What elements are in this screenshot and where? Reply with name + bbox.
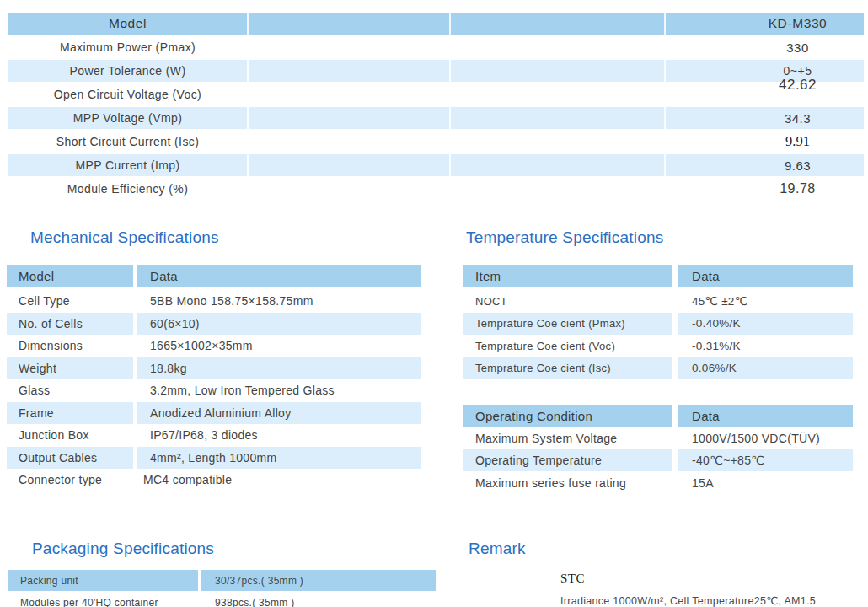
header-spacer-cell	[247, 13, 449, 35]
table-row: Output Cables 4mm², Length 1000mm	[7, 447, 421, 469]
row-value: -40℃~+85℃	[672, 449, 853, 471]
row-label: Junction Box	[7, 424, 133, 446]
row-value: Anodized Aluminium Alloy	[133, 402, 421, 424]
row-label: Maximum Power (Pmax)	[8, 36, 247, 58]
table-row: Junction Box IP67/IP68, 3 diodes	[7, 424, 421, 446]
row-value: 3.2mm, Low Iron Tempered Glass	[133, 379, 421, 401]
row-value: 60(6×10)	[133, 313, 421, 335]
table-row: No. of Cells 60(6×10)	[7, 313, 421, 335]
table-row: Maximum System Voltage 1000V/1500 VDC(TÜ…	[463, 427, 853, 449]
row-label: Operating Temperature	[463, 449, 672, 471]
column-header: Data	[672, 265, 853, 287]
row-label: NOCT	[463, 290, 672, 312]
table-row: Temprature Coe cient (Isc) 0.06%/K	[463, 357, 853, 379]
row-label: Open Circuit Voltage (Voc)	[8, 83, 247, 105]
table-row: Temprature Coe cient (Voc) -0.31%/K	[463, 335, 853, 357]
row-label: Temprature Coe cient (Pmax)	[463, 313, 672, 335]
row-value: -0.40%/K	[672, 313, 853, 335]
row-value: 4mm², Length 1000mm	[133, 447, 421, 469]
row-label: Packing unit	[8, 570, 198, 591]
remark-stc-label: STC	[560, 572, 585, 586]
row-label: Modules per 40'HQ container	[8, 592, 198, 607]
row-value: 30/37pcs.( 35mm )	[198, 570, 436, 591]
packaging-header-row: Packing unit 30/37pcs.( 35mm )	[8, 570, 436, 591]
row-value: 0~+5	[784, 64, 812, 78]
spec-row-power-tolerance: Power Tolerance (W) 0~+5	[8, 60, 864, 82]
column-header: Item	[463, 265, 672, 287]
row-label: Frame	[7, 402, 133, 424]
spec-row-open-circuit-voltage: Open Circuit Voltage (Voc) 42.62	[8, 83, 864, 105]
remark-section-heading: Remark	[469, 540, 526, 558]
row-value: 938pcs.( 35mm )	[198, 592, 436, 607]
table-row: Weight 18.8kg	[7, 357, 421, 379]
table-row: Cell Type 5BB Mono 158.75×158.75mm	[7, 290, 421, 312]
row-label: Temprature Coe cient (Isc)	[463, 357, 672, 379]
table-row: Temprature Coe cient (Pmax) -0.40%/K	[463, 313, 853, 335]
spec-row-mpp-current: MPP Current (Imp) 9.63	[8, 154, 864, 176]
model-number-value: KD-M330	[664, 13, 864, 35]
row-label: MPP Current (Imp)	[8, 154, 247, 176]
row-value: 330	[786, 40, 809, 55]
column-header: Data	[672, 405, 853, 427]
row-value: 1000V/1500 VDC(TÜV)	[672, 427, 853, 449]
row-value: 18.8kg	[133, 357, 421, 379]
spec-row-max-power: Maximum Power (Pmax) 330	[8, 36, 864, 58]
table-row: Frame Anodized Aluminium Alloy	[7, 402, 421, 424]
column-header: Data	[133, 265, 421, 287]
electrical-spec-table: Model KD-M330 Maximum Power (Pmax) 330 P…	[8, 13, 864, 201]
row-label: Temprature Coe cient (Voc)	[463, 335, 672, 357]
spec-row-module-efficiency: Module Efficiency (%) 19.78	[8, 178, 864, 200]
packaging-section-heading: Packaging Specifications	[32, 540, 214, 558]
mechanical-spec-table: Model Data Cell Type 5BB Mono 158.75×158…	[7, 265, 421, 492]
spec-row-short-circuit-current: Short Circuit Current (Isc) 9.91	[8, 131, 864, 153]
row-value: -0.31%/K	[672, 335, 853, 357]
row-value: 34.3	[785, 111, 811, 126]
temperature-spec-table: Item Data NOCT 45℃ ±2℃ Temprature Coe ci…	[463, 265, 853, 379]
table-row: Glass 3.2mm, Low Iron Tempered Glass	[7, 379, 421, 401]
model-header-label: Model	[8, 13, 247, 35]
row-label: Short Circuit Current (Isc)	[8, 131, 247, 153]
mechanical-header-row: Model Data	[7, 265, 421, 287]
row-label: Cell Type	[7, 290, 133, 312]
table-row: Dimensions 1665×1002×35mm	[7, 335, 421, 357]
packaging-spec-table: Packing unit 30/37pcs.( 35mm ) Modules p…	[8, 570, 436, 607]
row-label: Power Tolerance (W)	[8, 60, 247, 82]
table-row: Connector type MC4 compatible	[7, 469, 421, 491]
row-label: Dimensions	[7, 335, 133, 357]
table-row: Maximum series fuse rating 15A	[463, 472, 853, 494]
temperature-section-heading: Temperature Specifications	[466, 228, 663, 247]
remark-stc-conditions: Irradiance 1000W/m², Cell Temperature25℃…	[560, 594, 816, 607]
row-label: Output Cables	[7, 447, 133, 469]
row-value: 0.06%/K	[672, 357, 853, 379]
row-label: Maximum series fuse rating	[463, 472, 672, 494]
row-value: 45℃ ±2℃	[672, 290, 853, 312]
row-label: Maximum System Voltage	[463, 427, 672, 449]
temperature-header-row: Item Data	[463, 265, 853, 287]
row-label: Weight	[7, 357, 133, 379]
table-row: Operating Temperature -40℃~+85℃	[463, 449, 853, 471]
row-value: IP67/IP68, 3 diodes	[133, 424, 421, 446]
row-label: Module Efficiency (%)	[8, 178, 247, 200]
column-header: Operating Condition	[463, 405, 672, 427]
row-value: 5BB Mono 158.75×158.75mm	[133, 290, 421, 312]
row-value: 42.62	[779, 77, 817, 94]
row-value: 15A	[672, 472, 853, 494]
row-value: 1665×1002×35mm	[133, 335, 421, 357]
row-label: Glass	[7, 379, 133, 401]
operating-header-row: Operating Condition Data	[463, 405, 853, 427]
mechanical-section-heading: Mechanical Specifications	[30, 228, 219, 247]
row-label: MPP Voltage (Vmp)	[8, 107, 247, 129]
electrical-table-header-row: Model KD-M330	[8, 13, 864, 35]
header-spacer-cell	[449, 13, 664, 35]
spec-row-mpp-voltage: MPP Voltage (Vmp) 34.3	[8, 107, 864, 129]
table-row: Modules per 40'HQ container 938pcs.( 35m…	[8, 592, 436, 607]
row-value: 19.78	[780, 181, 816, 196]
table-row: NOCT 45℃ ±2℃	[463, 290, 853, 312]
column-header: Model	[7, 265, 133, 287]
row-value: MC4 compatible	[133, 469, 421, 491]
row-value: 9.63	[785, 158, 811, 173]
row-label: No. of Cells	[7, 313, 133, 335]
row-label: Connector type	[7, 469, 133, 491]
operating-condition-table: Operating Condition Data Maximum System …	[463, 405, 853, 494]
row-value: 9.91	[785, 133, 810, 150]
